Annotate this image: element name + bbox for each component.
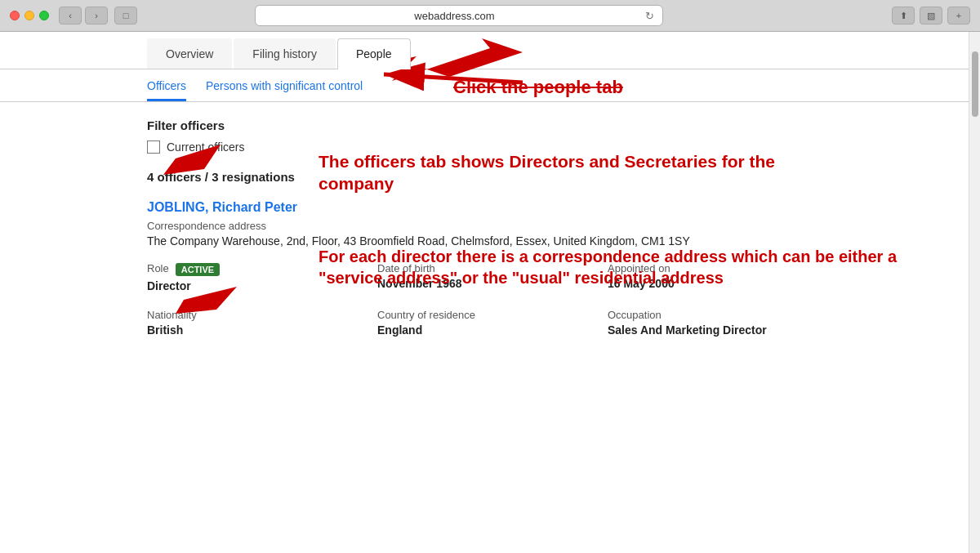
dob-item: Date of birth November 1968 xyxy=(377,262,591,292)
tab-people[interactable]: People xyxy=(337,38,411,69)
main-content: Overview Filing history People Officers … xyxy=(0,32,969,553)
officers-count: 4 officers / 3 resignations xyxy=(147,170,822,184)
back-button[interactable]: ‹ xyxy=(59,7,82,25)
current-officers-checkbox[interactable] xyxy=(147,140,160,154)
traffic-lights xyxy=(10,11,49,20)
page-content: Overview Filing history People Officers … xyxy=(0,32,980,553)
filter-heading: Filter officers xyxy=(147,118,822,132)
nav-buttons: ‹ › xyxy=(59,7,108,25)
correspondence-address: The Company Warehouse, 2nd, Floor, 43 Br… xyxy=(147,234,822,248)
occupation-value: Sales And Marketing Director xyxy=(608,323,822,337)
scrollbar[interactable] xyxy=(969,32,980,553)
officer-name-link[interactable]: JOBLING, Richard Peter xyxy=(147,200,297,215)
role-value: Director xyxy=(147,279,361,292)
scrollbar-thumb[interactable] xyxy=(972,51,978,117)
maximize-button[interactable] xyxy=(39,11,49,20)
sub-tab-psc[interactable]: Persons with significant control xyxy=(206,79,363,101)
occupation-item: Occupation Sales And Marketing Director xyxy=(608,309,822,337)
dob-label: Date of birth xyxy=(377,262,591,274)
tabs-bar: Overview Filing history People xyxy=(0,38,969,69)
add-tab-button[interactable]: + xyxy=(947,7,970,25)
nationality-value: British xyxy=(147,323,361,337)
checkbox-label: Current officers xyxy=(167,140,244,154)
close-button[interactable] xyxy=(10,11,20,20)
tab-overview[interactable]: Overview xyxy=(147,38,232,69)
sub-tab-officers[interactable]: Officers xyxy=(147,79,186,101)
appointed-value: 16 May 2000 xyxy=(608,277,822,290)
minimize-button[interactable] xyxy=(24,11,34,20)
tab-filing-history[interactable]: Filing history xyxy=(234,38,336,69)
appointed-item: Appointed on 16 May 2000 xyxy=(608,262,822,292)
dob-value: November 1968 xyxy=(377,277,591,290)
nationality-item: Nationality British xyxy=(147,309,361,337)
role-item: Role ACTIVE Director xyxy=(147,262,361,292)
sub-tabs: Officers Persons with significant contro… xyxy=(0,69,969,102)
role-label: Role xyxy=(147,262,169,274)
checkbox-row: Current officers xyxy=(147,140,822,154)
status-badge: ACTIVE xyxy=(176,263,220,276)
square-button[interactable]: □ xyxy=(114,7,137,25)
correspondence-label: Correspondence address xyxy=(147,220,822,232)
details-grid-1: Role ACTIVE Director Date of birth Novem… xyxy=(147,262,822,292)
appointed-label: Appointed on xyxy=(608,262,822,274)
officer-card: JOBLING, Richard Peter Correspondence ad… xyxy=(147,200,822,337)
details-grid-2: Nationality British Country of residence… xyxy=(147,309,822,337)
role-row: Role ACTIVE xyxy=(147,262,361,277)
country-value: England xyxy=(377,323,591,337)
country-item: Country of residence England xyxy=(377,309,591,337)
country-label: Country of residence xyxy=(377,309,591,321)
forward-button[interactable]: › xyxy=(85,7,108,25)
filter-section: Filter officers Current officers xyxy=(147,118,822,154)
sidebar-button[interactable]: ▧ xyxy=(920,7,942,25)
share-button[interactable]: ⬆ xyxy=(892,7,915,25)
url-text: webaddress.com xyxy=(264,10,645,22)
nationality-label: Nationality xyxy=(147,309,361,321)
toolbar-right: ⬆ ▧ + xyxy=(892,7,970,25)
browser-chrome: ‹ › □ webaddress.com ↻ ⬆ ▧ + xyxy=(0,0,980,32)
content-area: Filter officers Current officers 4 offic… xyxy=(0,102,969,369)
occupation-label: Occupation xyxy=(608,309,822,321)
title-bar: ‹ › □ webaddress.com ↻ ⬆ ▧ + xyxy=(0,0,980,31)
refresh-icon[interactable]: ↻ xyxy=(645,10,654,22)
address-bar[interactable]: webaddress.com ↻ xyxy=(255,5,663,26)
